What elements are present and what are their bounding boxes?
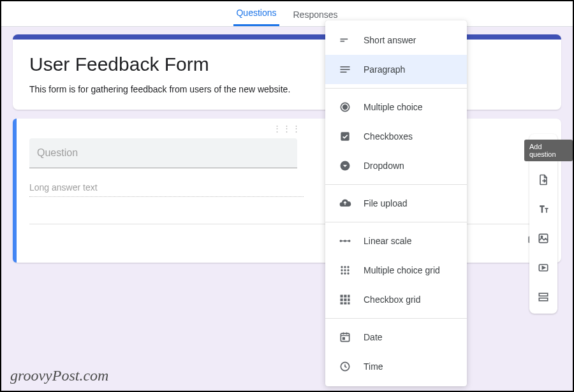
menu-item-label: Linear scale: [364, 236, 412, 246]
menu-item-linear-scale[interactable]: Linear scale: [325, 226, 467, 256]
svg-rect-40: [539, 293, 547, 296]
menu-item-label: Multiple choice grid: [364, 265, 440, 275]
svg-rect-31: [344, 302, 346, 304]
menu-item-label: Dropdown: [364, 161, 404, 171]
svg-rect-2: [341, 39, 348, 40]
svg-point-22: [344, 272, 346, 274]
svg-rect-24: [341, 295, 343, 298]
svg-rect-34: [343, 338, 345, 340]
calendar-icon: [338, 330, 352, 344]
svg-point-8: [343, 105, 348, 110]
menu-item-date[interactable]: Date: [325, 323, 467, 352]
svg-point-21: [341, 272, 342, 274]
menu-item-label: Checkboxes: [364, 131, 413, 142]
svg-rect-5: [341, 69, 350, 70]
menu-item-file-upload[interactable]: File upload: [325, 189, 467, 218]
cloud-upload-icon: [338, 196, 352, 210]
menu-item-label: Checkbox grid: [364, 294, 421, 305]
question-card[interactable]: ⋮⋮⋮ Long answer text: [13, 119, 561, 263]
svg-point-15: [341, 266, 342, 268]
svg-rect-25: [344, 295, 346, 298]
menu-item-checkbox-grid[interactable]: Checkbox grid: [325, 285, 467, 314]
image-icon: [537, 232, 550, 245]
menu-divider: [325, 318, 467, 319]
menu-item-dropdown[interactable]: Dropdown: [325, 151, 467, 180]
import-icon: [537, 173, 550, 186]
menu-item-time[interactable]: Time: [325, 352, 467, 381]
svg-point-16: [344, 266, 346, 268]
video-icon: [537, 261, 550, 274]
svg-rect-4: [341, 66, 350, 68]
menu-item-label: Short answer: [364, 35, 416, 45]
svg-point-23: [347, 272, 349, 274]
question-title-input[interactable]: [29, 138, 297, 168]
add-video-button[interactable]: [533, 258, 554, 278]
svg-point-17: [347, 266, 349, 268]
menu-item-paragraph[interactable]: Paragraph: [325, 55, 467, 84]
menu-item-label: Multiple choice: [364, 102, 423, 112]
radio-icon: [338, 100, 352, 114]
form-title[interactable]: User Feedback Form: [29, 54, 545, 75]
section-icon: [537, 291, 550, 303]
checkbox-icon: [338, 129, 352, 143]
svg-rect-6: [341, 71, 347, 73]
svg-rect-29: [348, 298, 350, 301]
menu-item-short-answer[interactable]: Short answer: [325, 25, 467, 55]
menu-item-label: Date: [364, 332, 383, 342]
add-section-button[interactable]: [533, 287, 554, 307]
svg-rect-30: [341, 302, 343, 304]
svg-point-38: [541, 236, 542, 237]
watermark-text: groovyPost.com: [10, 367, 108, 384]
svg-rect-28: [344, 298, 346, 301]
short-answer-icon: [338, 33, 352, 47]
svg-point-20: [347, 269, 349, 271]
add-question-tooltip: Add question: [524, 140, 573, 161]
menu-item-label: Time: [364, 361, 383, 372]
svg-rect-27: [341, 298, 343, 301]
radio-grid-icon: [338, 263, 352, 277]
form-header-card[interactable]: User Feedback Form This form is for gath…: [13, 34, 561, 110]
menu-divider: [325, 222, 467, 222]
menu-item-label: Paragraph: [364, 64, 405, 75]
menu-divider: [325, 88, 467, 89]
answer-placeholder-text: Long answer text: [29, 182, 304, 197]
svg-rect-14: [341, 240, 349, 241]
menu-item-multiple-choice-grid[interactable]: Multiple choice grid: [325, 256, 467, 285]
top-tabbar: Questions Responses: [1, 1, 573, 27]
svg-rect-32: [348, 302, 350, 304]
paragraph-icon: [338, 62, 352, 76]
svg-rect-3: [341, 41, 345, 42]
svg-point-18: [341, 269, 342, 271]
dropdown-icon: [338, 159, 352, 173]
svg-point-19: [344, 269, 346, 271]
title-icon: [537, 203, 550, 215]
linear-scale-icon: [338, 234, 352, 248]
drag-handle-icon[interactable]: ⋮⋮⋮: [29, 124, 545, 133]
checkbox-grid-icon: [338, 293, 352, 307]
menu-item-multiple-choice[interactable]: Multiple choice: [325, 92, 467, 122]
clock-icon: [338, 359, 352, 374]
question-type-menu[interactable]: Short answer Paragraph Multiple choice C…: [325, 20, 467, 386]
menu-divider: [325, 184, 467, 185]
svg-rect-9: [341, 132, 349, 140]
add-image-button[interactable]: [533, 228, 554, 249]
form-description[interactable]: This form is for gathering feedback from…: [29, 84, 545, 94]
menu-item-label: File upload: [364, 198, 408, 208]
svg-rect-37: [539, 234, 547, 242]
svg-rect-41: [539, 298, 547, 301]
svg-rect-26: [348, 295, 350, 298]
tab-questions[interactable]: Questions: [233, 1, 279, 26]
add-title-button[interactable]: [533, 199, 554, 219]
menu-item-checkboxes[interactable]: Checkboxes: [325, 122, 467, 151]
import-questions-button[interactable]: [533, 170, 554, 190]
